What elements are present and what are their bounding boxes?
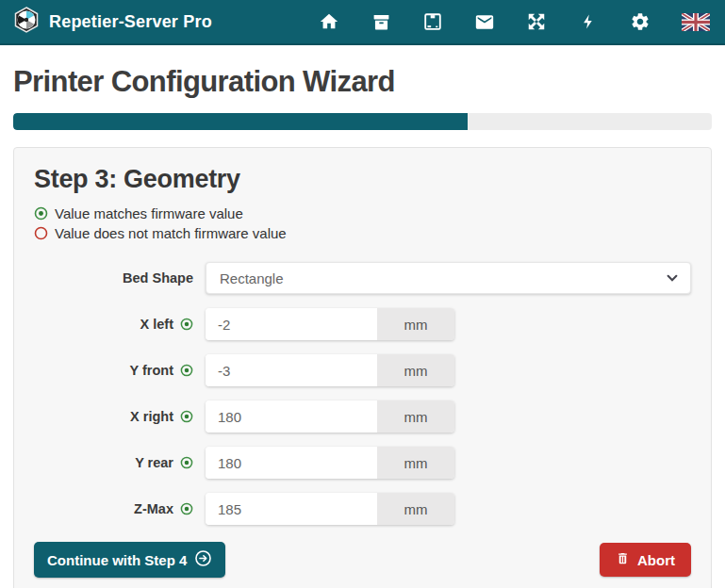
legend-match: Value matches firmware value: [34, 204, 691, 223]
form-row-y-rear: Y rear mm: [34, 447, 691, 479]
expand-arrows-icon[interactable]: [526, 11, 547, 32]
match-status-icon: [180, 502, 193, 515]
abort-button-label: Abort: [637, 552, 675, 568]
y-front-label: Y front: [130, 363, 173, 378]
form-row-z-max: Z-Max mm: [34, 493, 691, 525]
page-content: Printer Configuration Wizard Step 3: Geo…: [0, 65, 725, 588]
continue-step-4-button[interactable]: Continue with Step 4: [34, 542, 225, 578]
bed-shape-select[interactable]: Rectangle: [206, 262, 691, 294]
y-front-input[interactable]: [206, 354, 377, 386]
form-row-bed-shape: Bed Shape Rectangle: [34, 262, 691, 294]
brand[interactable]: Repetier-Server Pro: [13, 7, 212, 37]
chevron-down-icon: [666, 271, 679, 287]
match-status-icon: [180, 364, 193, 377]
x-left-label: X left: [140, 317, 173, 332]
form-row-x-right: X right mm: [34, 400, 691, 433]
z-max-input[interactable]: [206, 493, 377, 525]
page-title: Printer Configuration Wizard: [13, 65, 712, 99]
home-icon[interactable]: [319, 11, 339, 32]
match-status-icon: [180, 456, 193, 469]
geometry-form: Bed Shape Rectangle X left: [34, 262, 691, 525]
step-panel: Step 3: Geometry Value matches firmware …: [13, 147, 712, 588]
step-title: Step 3: Geometry: [34, 165, 691, 194]
arrow-right-circle-icon: [194, 549, 212, 570]
y-rear-input[interactable]: [206, 447, 377, 479]
archive-box-icon[interactable]: [371, 11, 391, 32]
trash-icon: [616, 550, 630, 569]
x-right-unit: mm: [377, 400, 454, 433]
radio-match-icon: [34, 206, 48, 220]
legend-mismatch-label: Value does not match firmware value: [55, 223, 287, 243]
z-max-unit: mm: [377, 493, 454, 525]
form-row-x-left: X left mm: [34, 308, 691, 340]
bed-shape-label: Bed Shape: [34, 270, 206, 286]
top-navbar: Repetier-Server Pro: [0, 0, 725, 45]
navbar-icon-group: [319, 11, 710, 32]
printer-icon[interactable]: [422, 11, 443, 32]
wizard-progress-bar: [13, 113, 712, 130]
power-bolt-icon[interactable]: [578, 11, 599, 32]
radio-mismatch-icon: [34, 226, 48, 240]
match-status-icon: [180, 318, 193, 331]
wizard-progress-fill: [13, 113, 468, 130]
form-row-y-front: Y front mm: [34, 354, 691, 386]
y-rear-unit: mm: [377, 447, 454, 479]
y-front-unit: mm: [377, 354, 454, 386]
x-left-unit: mm: [377, 308, 454, 340]
continue-button-label: Continue with Step 4: [47, 552, 187, 568]
bed-shape-selected-value: Rectangle: [220, 270, 284, 286]
panel-footer: Continue with Step 4 Abort: [34, 542, 691, 578]
z-max-label: Z-Max: [134, 501, 173, 516]
legend-mismatch: Value does not match firmware value: [34, 223, 691, 243]
y-rear-label: Y rear: [135, 455, 173, 470]
brand-title: Repetier-Server Pro: [49, 12, 212, 32]
mail-icon[interactable]: [474, 11, 495, 32]
language-flag-en-icon[interactable]: [682, 11, 710, 32]
legend-match-label: Value matches firmware value: [55, 204, 243, 223]
x-left-input[interactable]: [206, 308, 377, 340]
x-right-label: X right: [130, 409, 173, 424]
repetier-logo-icon: [13, 7, 40, 37]
match-status-icon: [180, 410, 193, 423]
x-right-input[interactable]: [206, 400, 377, 433]
settings-gear-icon[interactable]: [630, 11, 651, 32]
abort-button[interactable]: Abort: [600, 543, 691, 577]
